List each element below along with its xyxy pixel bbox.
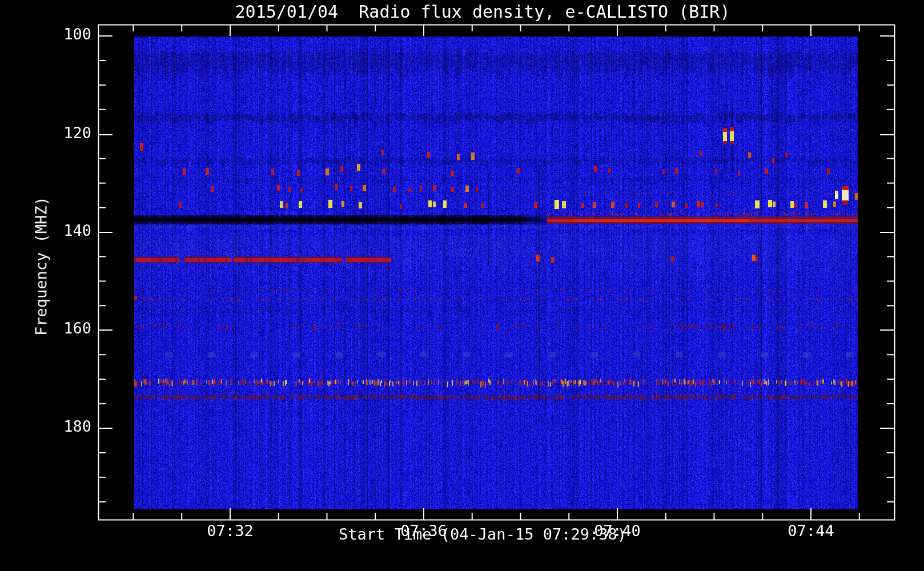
x-tick-label-0736: 07:36 [378, 523, 469, 538]
y-tick-label-180: 180 [23, 419, 91, 434]
spectrogram-canvas [0, 0, 924, 571]
y-tick-label-140: 140 [23, 223, 91, 238]
spectrogram-page: 2015/01/04 Radio flux density, e-CALLIST… [0, 0, 924, 571]
chart-title: 2015/01/04 Radio flux density, e-CALLIST… [86, 3, 879, 21]
y-tick-label-160: 160 [23, 320, 91, 336]
x-tick-label-0732: 07:32 [184, 523, 276, 538]
y-tick-label-100: 100 [23, 26, 91, 42]
y-tick-label-120: 120 [23, 125, 91, 140]
x-tick-label-0740: 07:40 [572, 523, 663, 538]
y-axis-label: Frequency (MHZ) [34, 196, 49, 336]
x-tick-label-0744: 07:44 [765, 523, 857, 538]
